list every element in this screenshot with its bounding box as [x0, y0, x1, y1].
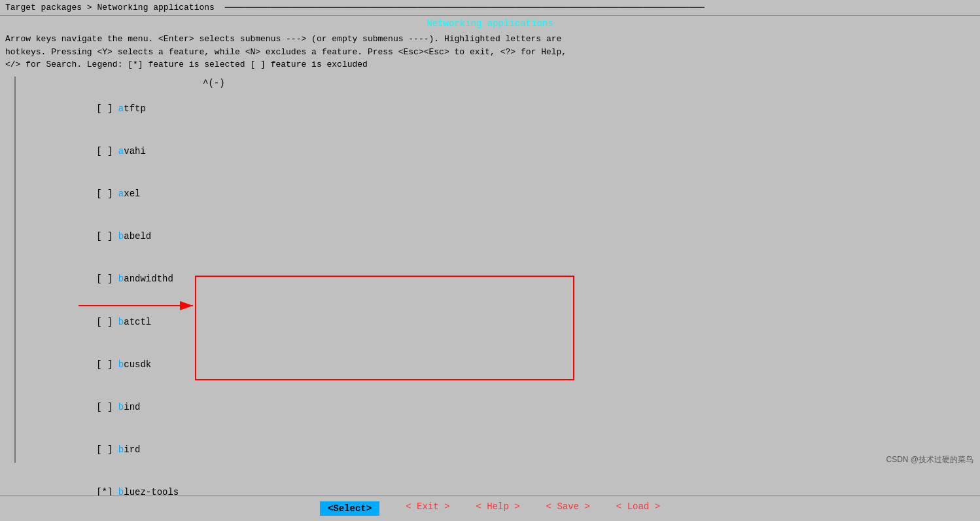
breadcrumb: Target packages > Networking application… — [5, 3, 215, 12]
help-line-3: </> for Search. Legend: [*] feature is s… — [5, 58, 975, 71]
menu-container: ^(-) [ ] atftp [ ] avahi [ ] axel [ ] ba… — [0, 77, 980, 496]
list-item[interactable]: [ ] avahi — [26, 131, 980, 173]
help-line-1: Arrow keys navigate the menu. <Enter> se… — [5, 33, 975, 46]
list-item[interactable]: [ ] batctl — [26, 301, 980, 344]
list-item[interactable]: [ ] bird — [26, 429, 980, 471]
list-item[interactable]: [ ] bind — [26, 386, 980, 429]
list-item[interactable]: [ ] babeld — [26, 216, 980, 259]
list-item-bluez-tools[interactable]: [*] bluez-tools — [26, 471, 980, 495]
list-item[interactable]: [ ] bandwidthd — [26, 259, 980, 301]
breadcrumb-bar: Target packages > Networking application… — [0, 0, 980, 16]
left-border — [14, 77, 16, 463]
exit-button[interactable]: < Exit > — [406, 501, 449, 516]
list-item[interactable]: [ ] atftp — [26, 88, 980, 131]
terminal-window: Target packages > Networking application… — [0, 0, 980, 521]
watermark: CSDN @技术过硬的菜鸟 — [886, 454, 973, 465]
title-text: Networking applications — [427, 18, 553, 29]
menu-list: [ ] atftp [ ] avahi [ ] axel [ ] babeld … — [0, 88, 980, 496]
help-button[interactable]: < Help > — [476, 501, 519, 516]
nav-top: ^(-) — [0, 77, 980, 88]
select-button[interactable]: <Select> — [320, 501, 379, 516]
help-line-2: hotkeys. Pressing <Y> selects a feature,… — [5, 46, 975, 59]
load-button[interactable]: < Load > — [616, 501, 660, 516]
bottom-bar: <Select> < Exit > < Help > < Save > < Lo… — [0, 495, 980, 521]
list-item[interactable]: [ ] bcusdk — [26, 344, 980, 386]
list-item[interactable]: [ ] axel — [26, 173, 980, 216]
page-title: Networking applications — [0, 16, 980, 30]
help-text-block: Arrow keys navigate the menu. <Enter> se… — [0, 30, 980, 77]
save-button[interactable]: < Save > — [546, 501, 590, 516]
